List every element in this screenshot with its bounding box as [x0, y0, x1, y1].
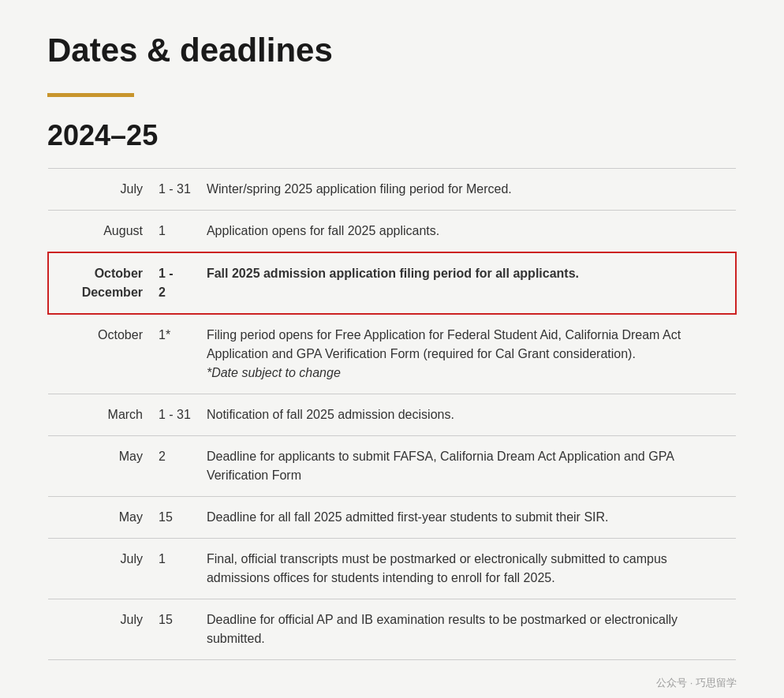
description-cell: Filing period opens for Free Application… — [199, 314, 736, 394]
description-cell: Winter/spring 2025 application filing pe… — [199, 169, 736, 211]
watermark: 公众号 · 巧思留学 — [47, 676, 737, 690]
table-row: July1Final, official transcripts must be… — [48, 539, 736, 599]
month-cell: March — [48, 394, 151, 436]
day-cell: 1 - 31 — [151, 394, 199, 436]
month-cell: July — [48, 539, 151, 599]
day-cell: 1 — [151, 211, 199, 253]
day-cell: 1 — [151, 539, 199, 599]
day-cell: 1 - 31 — [151, 169, 199, 211]
description-cell: Deadline for official AP and IB examinat… — [199, 599, 736, 660]
month-cell: October — [48, 314, 151, 394]
gold-divider — [47, 93, 134, 97]
description-cell: Fall 2025 admission application filing p… — [199, 252, 736, 314]
day-cell: 15 — [151, 599, 199, 660]
day-cell: 15 — [151, 497, 199, 539]
table-row: May15Deadline for all fall 2025 admitted… — [48, 497, 736, 539]
description-cell: Deadline for applicants to submit FAFSA,… — [199, 436, 736, 497]
description-cell: Deadline for all fall 2025 admitted firs… — [199, 497, 736, 539]
description-cell: Application opens for fall 2025 applican… — [199, 211, 736, 253]
month-cell: July — [48, 169, 151, 211]
table-row: October1*Filing period opens for Free Ap… — [48, 314, 736, 394]
month-cell: August — [48, 211, 151, 253]
note-text: *Date subject to change — [207, 364, 728, 383]
month-cell: July — [48, 599, 151, 660]
table-row: July1 - 31Winter/spring 2025 application… — [48, 169, 736, 211]
table-row: July15Deadline for official AP and IB ex… — [48, 599, 736, 660]
month-cell: OctoberDecember — [48, 252, 151, 314]
table-row: May2Deadline for applicants to submit FA… — [48, 436, 736, 497]
day-cell: 1* — [151, 314, 199, 394]
day-cell: 1 -2 — [151, 252, 199, 314]
page-title: Dates & deadlines — [47, 32, 737, 69]
description-cell: Notification of fall 2025 admission deci… — [199, 394, 736, 436]
month-cell: May — [48, 497, 151, 539]
year-heading: 2024–25 — [47, 119, 737, 152]
table-row: August1Application opens for fall 2025 a… — [48, 211, 736, 253]
description-cell: Final, official transcripts must be post… — [199, 539, 736, 599]
table-row: March1 - 31Notification of fall 2025 adm… — [48, 394, 736, 436]
dates-table: July1 - 31Winter/spring 2025 application… — [47, 168, 737, 660]
day-cell: 2 — [151, 436, 199, 497]
month-cell: May — [48, 436, 151, 497]
table-row: OctoberDecember1 -2Fall 2025 admission a… — [48, 252, 736, 314]
